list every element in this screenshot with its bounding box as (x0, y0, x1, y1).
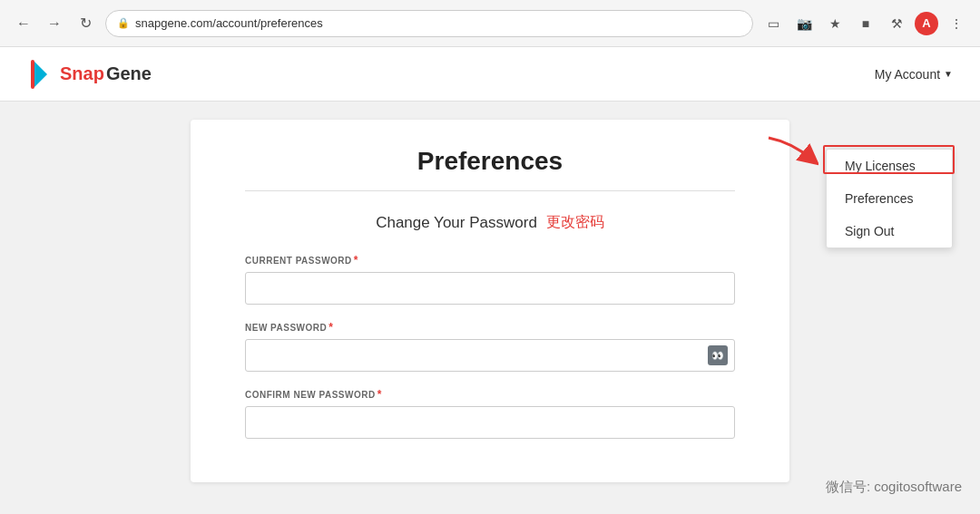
current-password-group: CURRENT PASSWORD * (245, 254, 735, 305)
preferences-card: Preferences Change Your Password 更改密码 CU… (191, 120, 789, 482)
new-password-input[interactable] (245, 339, 735, 372)
url-text: snapgene.com/account/preferences (135, 16, 323, 30)
screenshot-button[interactable]: 📷 (791, 11, 817, 36)
svg-marker-1 (34, 62, 47, 87)
logo-snap: Snap (60, 63, 104, 84)
my-account-button[interactable]: My Account ▼ (875, 67, 953, 82)
section-heading-text: Change Your Password (376, 214, 537, 232)
back-button[interactable]: ← (11, 11, 36, 36)
extensions-button[interactable]: ■ (853, 11, 878, 36)
confirm-password-required: * (377, 388, 382, 401)
dropdown-menu: My Licenses Preferences Sign Out (826, 149, 953, 248)
logo-icon (27, 58, 53, 91)
current-password-input[interactable] (245, 272, 735, 305)
confirm-password-label: CONFIRM NEW PASSWORD * (245, 388, 735, 401)
site-navbar: SnapGene My Account ▼ (0, 47, 980, 102)
current-password-wrapper (245, 272, 735, 305)
browser-actions: ▭ 📷 ★ ■ ⚒ A ⋮ (760, 11, 969, 36)
forward-button[interactable]: → (42, 11, 67, 36)
my-account-label: My Account (875, 67, 940, 82)
address-bar[interactable]: 🔒 snapgene.com/account/preferences (105, 10, 753, 37)
caret-icon: ▼ (944, 69, 953, 79)
new-password-required: * (328, 321, 333, 334)
new-password-label: NEW PASSWORD * (245, 321, 735, 334)
browser-chrome: ← → ↻ 🔒 snapgene.com/account/preferences… (0, 0, 980, 47)
current-password-required: * (354, 254, 358, 267)
cast-button[interactable]: ▭ (760, 11, 786, 36)
confirm-password-input[interactable] (245, 406, 735, 439)
new-password-wrapper: 👀 (245, 339, 735, 372)
confirm-password-group: CONFIRM NEW PASSWORD * (245, 388, 735, 439)
logo-gene: Gene (106, 63, 152, 84)
bookmark-button[interactable]: ★ (822, 11, 848, 36)
card-title: Preferences (245, 147, 735, 176)
dropdown-item-signout[interactable]: Sign Out (827, 215, 952, 247)
chinese-heading-text: 更改密码 (546, 213, 604, 232)
profile-puzzle-button[interactable]: ⚒ (884, 11, 909, 36)
page-content: SnapGene My Account ▼ My Licenses Prefer… (0, 47, 980, 514)
more-button[interactable]: ⋮ (944, 11, 969, 36)
refresh-button[interactable]: ↻ (73, 11, 98, 36)
confirm-password-wrapper (245, 406, 735, 439)
current-password-label: CURRENT PASSWORD * (245, 254, 735, 267)
profile-button[interactable]: A (915, 12, 938, 35)
card-divider (245, 190, 735, 191)
new-password-group: NEW PASSWORD * 👀 (245, 321, 735, 372)
nav-buttons: ← → ↻ (11, 11, 98, 36)
password-toggle-button[interactable]: 👀 (708, 345, 728, 365)
dropdown-item-licenses[interactable]: My Licenses (827, 150, 952, 182)
section-heading: Change Your Password 更改密码 (245, 213, 735, 232)
lock-icon: 🔒 (117, 17, 130, 29)
logo-area: SnapGene (27, 58, 152, 91)
svg-rect-0 (31, 60, 34, 89)
dropdown-item-preferences[interactable]: Preferences (827, 182, 952, 215)
